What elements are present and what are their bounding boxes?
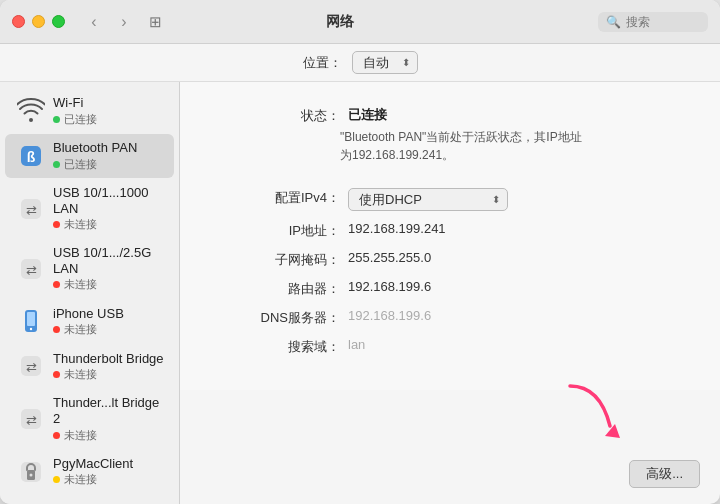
dns-label: DNS服务器：: [220, 308, 340, 327]
location-label: 位置：: [303, 54, 342, 72]
tbbridge-status-dot: [53, 371, 60, 378]
svg-point-15: [30, 473, 33, 476]
pgy-status: 未连接: [53, 472, 133, 487]
usb25g-text: USB 10/1.../2.5G LAN 未连接: [53, 245, 164, 292]
sidebar-item-tbbridge2[interactable]: ⇄ Thunder...lt Bridge 2 未连接: [5, 389, 174, 448]
usb1000-status: 未连接: [53, 217, 164, 232]
svg-rect-7: [27, 312, 35, 326]
iphoneusb-status: 未连接: [53, 322, 124, 337]
ip-row: IP地址： 192.168.199.241: [220, 221, 680, 240]
pgy-status-dot: [53, 476, 60, 483]
dns-value: 192.168.199.6: [348, 308, 431, 323]
search-box: 🔍: [598, 12, 708, 32]
wifi-status: 已连接: [53, 112, 97, 127]
router-value: 192.168.199.6: [348, 279, 431, 294]
location-select-wrapper: 自动 ⬍: [352, 51, 418, 74]
usb25g-status: 未连接: [53, 277, 164, 292]
usb25g-status-dot: [53, 281, 60, 288]
tbbridge2-status-dot: [53, 432, 60, 439]
ip-value: 192.168.199.241: [348, 221, 446, 236]
wifi-text: Wi-Fi 已连接: [53, 95, 97, 127]
sidebar-item-usb1000[interactable]: ⇄ USB 10/1...1000 LAN 未连接: [5, 179, 174, 238]
svg-text:⇄: ⇄: [26, 203, 37, 218]
usb1000-status-dot: [53, 221, 60, 228]
svg-text:⇄: ⇄: [26, 263, 37, 278]
status-label: 状态：: [220, 106, 340, 125]
titlebar: ‹ › ⊞ 网络 🔍: [0, 0, 720, 44]
router-row: 路由器： 192.168.199.6: [220, 279, 680, 298]
status-value-group: 已连接 "Bluetooth PAN"当前处于活跃状态，其IP地址为192.16…: [340, 106, 582, 164]
tbbridge-icon: ⇄: [15, 350, 47, 382]
search-domain-label: 搜索域：: [220, 337, 340, 356]
detail-panel-wrapper: 状态： 已连接 "Bluetooth PAN"当前处于活跃状态，其IP地址为19…: [180, 82, 720, 504]
status-desc: "Bluetooth PAN"当前处于活跃状态，其IP地址为192.168.19…: [340, 128, 582, 164]
usb1000-icon: ⇄: [15, 193, 47, 225]
svg-text:⇄: ⇄: [26, 360, 37, 375]
tbbridge-status: 未连接: [53, 367, 164, 382]
close-button[interactable]: [12, 15, 25, 28]
bluetooth-status: 已连接: [53, 157, 137, 172]
search-domain-row: 搜索域： lan: [220, 337, 680, 356]
search-input[interactable]: [626, 15, 706, 29]
ipv4-label: 配置IPv4：: [220, 188, 340, 207]
ip-label: IP地址：: [220, 221, 340, 240]
svg-text:ß: ß: [27, 149, 36, 165]
subnet-row: 子网掩码： 255.255.255.0: [220, 250, 680, 269]
window: ‹ › ⊞ 网络 🔍 位置： 自动 ⬍: [0, 0, 720, 504]
wifi-status-dot: [53, 116, 60, 123]
search-domain-value: lan: [348, 337, 365, 352]
pgy-text: PgyMacClient 未连接: [53, 456, 133, 488]
bluetooth-status-dot: [53, 161, 60, 168]
traffic-lights: [12, 15, 65, 28]
sidebar-item-wifi[interactable]: Wi-Fi 已连接: [5, 89, 174, 133]
ipv4-select[interactable]: 使用DHCP: [348, 188, 508, 211]
status-row: 状态： 已连接 "Bluetooth PAN"当前处于活跃状态，其IP地址为19…: [220, 106, 680, 164]
pgy-icon: [15, 456, 47, 488]
location-select[interactable]: 自动: [352, 51, 418, 74]
sidebar-item-bluetooth[interactable]: ß Bluetooth PAN 已连接: [5, 134, 174, 178]
bluetooth-text: Bluetooth PAN 已连接: [53, 140, 137, 172]
subnet-label: 子网掩码：: [220, 250, 340, 269]
status-value: 已连接: [348, 107, 387, 122]
arrow-svg: [550, 376, 630, 446]
minimize-button[interactable]: [32, 15, 45, 28]
tbbridge2-text: Thunder...lt Bridge 2 未连接: [53, 395, 164, 442]
tbbridge-text: Thunderbolt Bridge 未连接: [53, 351, 164, 383]
sidebar: Wi-Fi 已连接 ß Bluetooth PAN: [0, 82, 180, 504]
ipv4-row: 配置IPv4： 使用DHCP ⬍: [220, 188, 680, 211]
main-area: Wi-Fi 已连接 ß Bluetooth PAN: [0, 82, 720, 504]
tbbridge2-icon: ⇄: [15, 403, 47, 435]
bluetooth-icon: ß: [15, 140, 47, 172]
arrow-annotation: [550, 376, 630, 449]
subnet-value: 255.255.255.0: [348, 250, 431, 265]
ipv4-select-wrapper: 使用DHCP ⬍: [348, 188, 508, 211]
wifi-icon: [15, 95, 47, 127]
maximize-button[interactable]: [52, 15, 65, 28]
iphoneusb-status-dot: [53, 326, 60, 333]
iphoneusb-text: iPhone USB 未连接: [53, 306, 124, 338]
dns-row: DNS服务器： 192.168.199.6: [220, 308, 680, 327]
sidebar-item-tbbridge[interactable]: ⇄ Thunderbolt Bridge 未连接: [5, 344, 174, 388]
router-label: 路由器：: [220, 279, 340, 298]
detail-panel: 状态： 已连接 "Bluetooth PAN"当前处于活跃状态，其IP地址为19…: [180, 82, 720, 390]
location-bar: 位置： 自动 ⬍: [0, 44, 720, 82]
sidebar-item-pgy[interactable]: PgyMacClient 未连接: [5, 450, 174, 494]
iphone-icon: [15, 305, 47, 337]
sidebar-item-iphoneusb[interactable]: iPhone USB 未连接: [5, 299, 174, 343]
svg-text:⇄: ⇄: [26, 413, 37, 428]
svg-point-8: [30, 328, 32, 330]
usb25g-icon: ⇄: [15, 253, 47, 285]
search-icon: 🔍: [606, 15, 621, 29]
sidebar-item-usb25g[interactable]: ⇄ USB 10/1.../2.5G LAN 未连接: [5, 239, 174, 298]
usb1000-text: USB 10/1...1000 LAN 未连接: [53, 185, 164, 232]
window-title: 网络: [82, 13, 598, 31]
svg-marker-16: [605, 424, 620, 438]
tbbridge2-status: 未连接: [53, 428, 164, 443]
advanced-button[interactable]: 高级...: [629, 460, 700, 488]
